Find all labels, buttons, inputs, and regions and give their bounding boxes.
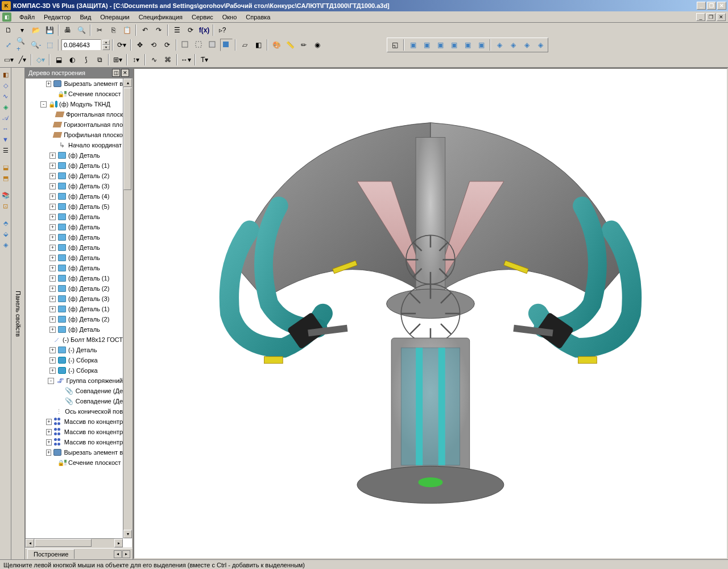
zoom-value-input[interactable]: 0.084643 [61,39,101,51]
scroll-down-icon[interactable]: ▾ [123,530,132,538]
tree-expand-toggle[interactable]: + [49,368,56,374]
3d-viewport[interactable] [133,68,728,559]
menu-window[interactable]: Окно [218,13,242,22]
front-view-icon[interactable]: ▣ [407,39,419,51]
tree-item[interactable]: +(ф) Деталь (1) [26,304,123,314]
revolve-button[interactable]: ◐ [66,53,78,66]
tree-expand-toggle[interactable]: + [46,429,52,435]
tree-item[interactable]: +(ф) Деталь [26,263,123,273]
tree-item[interactable]: -🖇Группа сопряжений [26,376,123,386]
tree-item[interactable]: +Вырезать элемент в [26,447,123,457]
tree-expand-toggle[interactable]: + [49,275,56,282]
top-view-icon[interactable]: ▣ [434,39,446,51]
iso-xyz-icon[interactable]: ◈ [493,39,506,51]
rail-view1-icon[interactable]: ⬘ [1,218,10,228]
rail-surface-icon[interactable]: ◈ [1,102,10,112]
tree-expand-toggle[interactable]: + [49,224,56,230]
tree-item[interactable]: +(ф) Деталь (4) [26,191,123,201]
variables-button[interactable]: f(x) [198,24,210,36]
tree-item[interactable]: +(ф) Деталь [26,253,123,263]
rail-sketch-icon[interactable]: ◇ [1,81,10,90]
perspective-button[interactable]: ▱ [238,39,251,51]
tree-pin-button[interactable]: ◫ [112,69,120,77]
tree-item[interactable]: +(ф) Деталь [26,150,123,160]
open-button[interactable]: 📂 [30,24,42,36]
tree-expand-toggle[interactable]: + [49,316,56,323]
maximize-button[interactable]: ❐ [707,2,716,10]
scroll-left-icon[interactable]: ◂ [26,539,34,547]
new-button[interactable]: 🗋 [2,24,15,36]
tree-item[interactable]: +(ф) Деталь [26,212,123,222]
rail-library-icon[interactable]: 📚 [1,191,10,200]
bottom-view-icon[interactable]: ▣ [448,39,460,51]
orientation-toolbar[interactable]: ◱ ▣ ▣ ▣ ▣ ▣ ▣ ◈ ◈ ◈ ◈ [387,38,548,52]
minimize-button[interactable]: _ [697,2,706,10]
orientation-button[interactable]: ⟳▾ [115,39,128,51]
spiral-button[interactable]: ⌘ [162,53,174,66]
tree-expand-toggle[interactable]: - [48,378,53,384]
tree-item[interactable]: Горизонтальная пло [26,119,123,130]
zoom-spin-down[interactable]: ▾ [102,45,110,50]
tree-item[interactable]: +(ф) Деталь (2) [26,171,123,181]
tab-shift-left[interactable]: ◂ [114,550,122,558]
tree-item[interactable]: 🔒Сечение плоскост [26,457,123,468]
tree-expand-toggle[interactable]: + [49,152,56,159]
tree-expand-toggle[interactable]: + [49,193,56,200]
tree-item[interactable]: 🔒Сечение плоскост [26,89,123,99]
tree-expand-toggle[interactable]: - [40,101,47,108]
tree-header[interactable]: Дерево построения ◫ ✕ [25,68,133,78]
tree-expand-toggle[interactable]: + [46,81,52,87]
hidden-lines-button[interactable] [193,39,205,51]
rail-view2-icon[interactable]: ⬙ [1,229,10,238]
tree-expand-toggle[interactable]: + [49,163,56,169]
tree-item[interactable]: 📎Совпадение (Де [26,396,123,406]
properties-panel-handle[interactable]: Панель свойств [11,68,25,559]
zoom-out-button[interactable]: 🔍- [30,39,42,51]
tree-item[interactable]: +(ф) Деталь (3) [26,181,123,191]
cut-button[interactable]: ✂ [93,24,106,36]
rail-spline-icon[interactable]: ∿ [1,92,10,101]
tree-expand-toggle[interactable]: + [49,357,56,364]
zoom-in-button[interactable]: 🔍+ [16,39,28,51]
tree-item[interactable]: Профильная плоско [26,130,123,140]
menu-specification[interactable]: Спецификация [134,13,187,22]
loft-button[interactable]: ⧉ [93,53,106,66]
tree-expand-toggle[interactable]: + [49,265,56,271]
menu-file[interactable]: Файл [15,13,39,22]
mdi-close-button[interactable]: ✕ [717,13,726,21]
line-button[interactable]: ╱▾ [16,53,28,66]
scroll-thumb-h[interactable] [35,539,92,547]
tree-item[interactable]: +(-) Сборка [26,365,123,376]
tree-item[interactable]: +Вырезать элемент в [26,79,123,89]
tree-item[interactable]: ⋮Ось конической пов [26,406,123,417]
tree-item[interactable]: +(ф) Деталь [26,242,123,253]
rail-part-icon[interactable]: ⬒ [1,174,10,183]
menu-help[interactable]: Справка [241,13,275,22]
tree-expand-toggle[interactable]: + [49,245,56,251]
sweep-button[interactable]: ⟆ [80,53,92,66]
edit-button[interactable]: ✏ [297,39,310,51]
curve-button[interactable]: ∿ [148,53,160,66]
tree-scrollbar-vertical[interactable]: ▴ ▾ [123,79,132,538]
measure-button[interactable]: 📏 [284,39,296,51]
tree-expand-toggle[interactable]: + [49,327,56,333]
left-view-icon[interactable]: ▣ [461,39,474,51]
print-preview-button[interactable]: 🔍 [75,24,88,36]
rebuild-button[interactable]: ⟳ [161,39,173,51]
tree-content[interactable]: +Вырезать элемент в🔒Сечение плоскост-🔒(ф… [26,79,123,538]
dimension-button[interactable]: ↔▾ [180,53,192,66]
menu-view[interactable]: Вид [75,13,96,22]
scroll-thumb-v[interactable] [123,88,131,190]
rail-filter-icon[interactable]: ▼ [1,135,10,144]
new-dropdown[interactable]: ▾ [16,24,28,36]
tree-item[interactable]: 📎Совпадение (Де [26,386,123,396]
menu-edit[interactable]: Редактор [39,13,75,22]
right-view-icon[interactable]: ▣ [475,39,487,51]
rail-view3-icon[interactable]: ◈ [1,240,10,249]
tree-item[interactable]: +(-) Сборка [26,355,123,365]
tree-item[interactable]: +(ф) Деталь (2) [26,314,123,324]
plane-select-icon[interactable]: ◱ [388,39,401,51]
tree-expand-toggle[interactable]: + [49,286,56,292]
tree-item[interactable]: +(ф) Деталь (1) [26,273,123,283]
iso-3-icon[interactable]: ◈ [520,39,533,51]
